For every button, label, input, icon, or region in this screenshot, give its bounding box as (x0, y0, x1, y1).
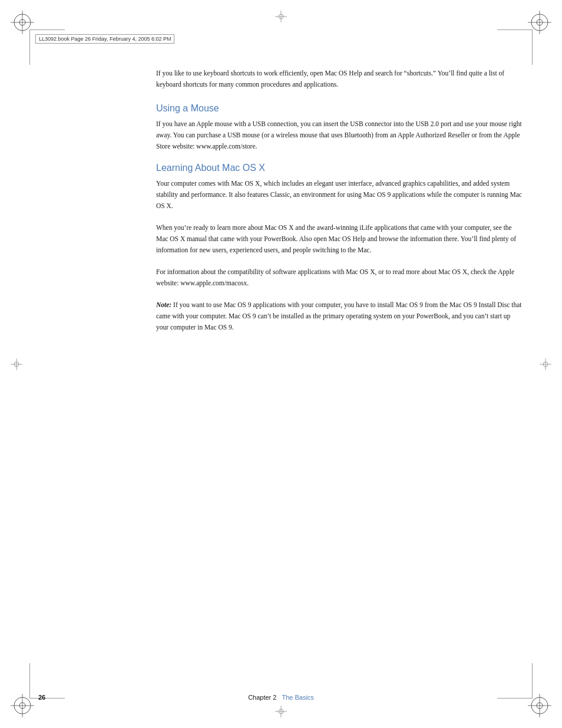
note-paragraph: Note: If you want to use Mac OS 9 applic… (156, 299, 524, 333)
center-reg-mark-top (275, 11, 287, 22)
page-number: 26 (38, 694, 45, 701)
chapter-label-text: Chapter 2 (248, 694, 276, 701)
chapter-name-text: The Basics (282, 694, 313, 701)
main-content: If you like to use keyboard shortcuts to… (156, 68, 524, 669)
file-info-text: LL3092.book Page 26 Friday, February 4, … (39, 36, 171, 42)
file-info-bar: LL3092.book Page 26 Friday, February 4, … (35, 34, 174, 44)
section-heading-learning-mac-osx: Learning About Mac OS X (156, 163, 524, 173)
intro-paragraph: If you like to use keyboard shortcuts to… (156, 68, 524, 90)
side-reg-mark-right (540, 358, 551, 370)
note-text: If you want to use Mac OS 9 applications… (156, 301, 521, 331)
section-paragraph-learning-1: Your computer comes with Mac OS X, which… (156, 178, 524, 212)
side-reg-mark-left (11, 358, 22, 370)
section-paragraph-using-a-mouse-1: If you have an Apple mouse with a USB co… (156, 118, 524, 152)
section-paragraph-learning-2: When you’re ready to learn more about Ma… (156, 222, 524, 256)
center-reg-mark-bottom (275, 706, 287, 717)
footer-chapter-label: Chapter 2 The Basics (248, 694, 314, 701)
section-heading-using-a-mouse: Using a Mouse (156, 103, 524, 114)
section-paragraph-learning-3: For information about the compatibility … (156, 266, 524, 289)
note-label: Note: (156, 301, 171, 308)
border-line-tr (497, 29, 533, 65)
book-page: LL3092.book Page 26 Friday, February 4, … (0, 0, 562, 728)
border-line-bl (29, 663, 65, 699)
